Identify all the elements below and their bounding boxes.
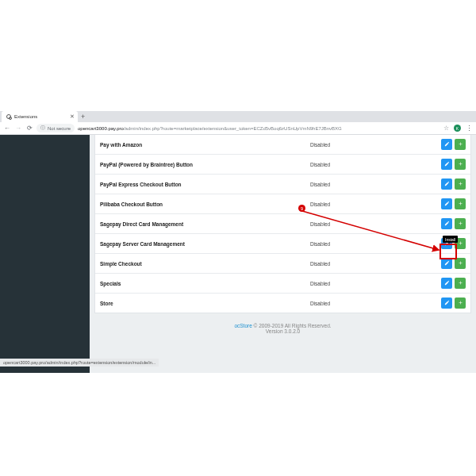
extension-actions [395, 274, 470, 294]
plus-icon [458, 280, 463, 286]
tab-title: Extensions [14, 114, 37, 119]
table-row: PayPal (Powered by Braintree) ButtonDisa… [95, 155, 470, 175]
pencil-icon [444, 300, 450, 306]
spacer [358, 155, 395, 175]
extension-status: Disabled [305, 274, 358, 294]
extension-actions [395, 155, 470, 175]
table-row: StoreDisabled [95, 294, 470, 313]
install-button[interactable] [455, 159, 466, 170]
extension-name: Sagepay Direct Card Management [95, 214, 305, 234]
extension-name: Specials [95, 274, 305, 294]
plus-icon [458, 201, 463, 207]
annotation-highlight-box [440, 244, 457, 259]
extension-name: Pay with Amazon [95, 135, 305, 155]
extension-name: Simple Checkout [95, 254, 305, 274]
page-footer: ocStore © 2009-2019 All Rights Reserved.… [94, 313, 471, 339]
info-icon: ⓘ [40, 125, 45, 132]
security-chip[interactable]: ⓘ Not secure [36, 124, 75, 132]
plus-icon [458, 141, 463, 148]
extension-name: Pilibaba Checkout Button [95, 194, 305, 214]
extension-status: Disabled [305, 175, 358, 194]
footer-brand-link[interactable]: ocStore [234, 323, 251, 328]
annotation-arrow [298, 206, 448, 262]
spacer [358, 175, 395, 194]
url-host: opencart3000.pay.pro [78, 126, 124, 131]
install-tooltip: Install [443, 236, 458, 243]
table-row: Pay with AmazonDisabled [95, 135, 470, 155]
extension-status: Disabled [305, 135, 358, 155]
edit-button[interactable] [441, 278, 452, 289]
profile-avatar[interactable]: K [454, 125, 461, 132]
plus-icon [458, 161, 463, 167]
pencil-icon [444, 280, 450, 286]
extension-status: Disabled [305, 294, 358, 313]
extension-actions [395, 135, 470, 155]
edit-button[interactable] [441, 298, 452, 309]
tab-close-icon[interactable]: ✕ [70, 113, 75, 120]
install-button[interactable] [455, 218, 466, 229]
browser-toolbar: ← → ⟳ ⓘ Not secure opencart3000.pay.pro/… [0, 122, 476, 135]
browser-menu-icon[interactable]: ⋮ [466, 125, 473, 132]
bookmark-star-icon[interactable]: ☆ [443, 125, 449, 132]
browser-status-bar: opencart3000.pay.pro/admin/index.php?rou… [0, 359, 159, 367]
annotation-step-badge: 9 [298, 205, 305, 212]
pencil-icon [444, 161, 450, 167]
nav-back-icon[interactable]: ← [3, 125, 11, 132]
install-button[interactable] [455, 278, 466, 289]
admin-sidebar[interactable] [0, 135, 90, 373]
table-row: PayPal Express Checkout ButtonDisabled [95, 175, 470, 194]
edit-button[interactable] [441, 178, 452, 190]
browser-tab-strip: Extensions ✕ + [0, 111, 476, 122]
extension-actions [395, 294, 470, 313]
url-path: /admin/index.php?route=marketplace/exten… [124, 126, 342, 131]
extension-name: PayPal Express Checkout Button [95, 175, 305, 194]
pencil-icon [444, 181, 450, 187]
plus-icon [458, 260, 463, 267]
plus-icon [458, 221, 463, 227]
footer-version: Version 3.0.2.0 [94, 328, 471, 334]
install-button[interactable] [455, 139, 466, 150]
spacer [358, 294, 395, 313]
globe-icon [6, 114, 11, 119]
security-label: Not secure [48, 126, 71, 131]
extension-name: Sagepay Server Card Management [95, 234, 305, 254]
extension-actions [395, 175, 470, 194]
install-button[interactable] [455, 178, 466, 190]
svg-line-0 [302, 211, 439, 250]
plus-icon [458, 240, 463, 247]
extension-name: Store [95, 294, 305, 313]
extension-name: PayPal (Powered by Braintree) Button [95, 155, 305, 175]
install-button[interactable] [455, 298, 466, 309]
browser-tab-extensions[interactable]: Extensions ✕ [2, 111, 78, 122]
nav-forward-icon: → [14, 125, 22, 132]
spacer [358, 135, 395, 155]
install-button[interactable] [455, 198, 466, 209]
edit-button[interactable] [441, 159, 452, 170]
pencil-icon [444, 141, 450, 148]
spacer [358, 274, 395, 294]
plus-icon [458, 181, 463, 187]
footer-rights: © 2009-2019 All Rights Reserved. [252, 323, 332, 328]
plus-icon [458, 300, 463, 306]
table-row: SpecialsDisabled [95, 274, 470, 294]
edit-button[interactable] [441, 139, 452, 150]
new-tab-button[interactable]: + [78, 113, 88, 121]
nav-reload-icon[interactable]: ⟳ [25, 125, 33, 132]
install-button[interactable] [455, 258, 466, 269]
address-bar[interactable]: opencart3000.pay.pro/admin/index.php?rou… [78, 126, 440, 131]
extension-status: Disabled [305, 155, 358, 175]
